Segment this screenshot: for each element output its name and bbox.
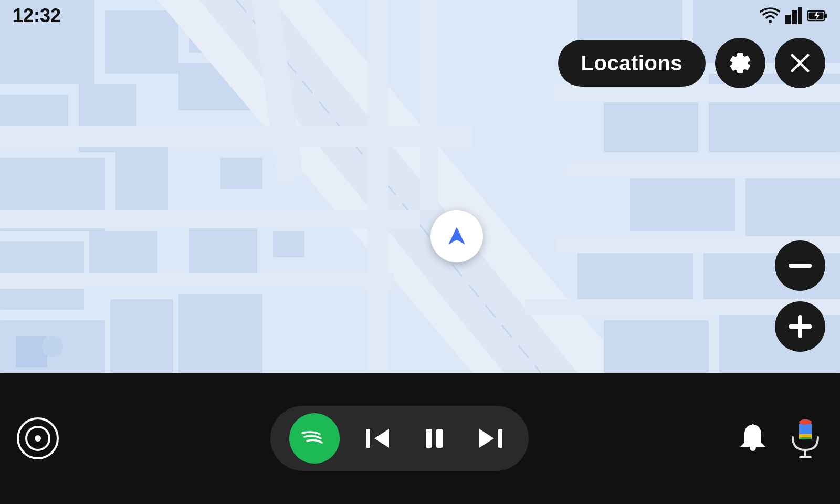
- media-pill: [270, 406, 529, 471]
- svg-rect-35: [567, 163, 840, 178]
- right-controls: [735, 417, 823, 459]
- plus-icon: [789, 315, 812, 338]
- close-icon: [787, 50, 813, 76]
- home-button[interactable]: [17, 417, 59, 459]
- battery-icon: [807, 9, 827, 22]
- next-icon: [477, 425, 505, 452]
- prev-icon: [364, 425, 391, 452]
- gear-icon: [727, 49, 754, 77]
- svg-rect-38: [16, 336, 47, 368]
- notifications-button[interactable]: [735, 421, 771, 456]
- svg-marker-45: [798, 7, 802, 24]
- wifi-icon: [760, 7, 780, 24]
- svg-marker-62: [479, 429, 494, 448]
- zoom-controls: [775, 240, 825, 352]
- pause-button[interactable]: [415, 419, 453, 457]
- locations-button[interactable]: Locations: [558, 40, 706, 87]
- settings-button[interactable]: [715, 38, 765, 88]
- previous-track-button[interactable]: [359, 419, 396, 457]
- svg-rect-14: [178, 294, 262, 373]
- bottom-bar: [0, 373, 840, 504]
- svg-rect-52: [789, 264, 812, 268]
- svg-rect-33: [420, 0, 438, 210]
- pause-icon: [421, 425, 448, 452]
- minus-icon: [789, 264, 812, 268]
- microphone-button[interactable]: [788, 417, 823, 459]
- mic-icon: [788, 417, 823, 459]
- svg-point-56: [35, 435, 41, 442]
- top-buttons: Locations: [558, 38, 825, 88]
- spotify-button[interactable]: [289, 413, 340, 464]
- svg-rect-6: [116, 147, 168, 210]
- status-icons: [760, 7, 827, 24]
- status-bar: 12:32: [0, 0, 840, 32]
- svg-rect-20: [0, 210, 420, 228]
- next-track-button[interactable]: [472, 419, 510, 457]
- svg-rect-66: [799, 419, 812, 425]
- navigation-marker: [430, 210, 483, 262]
- svg-rect-63: [498, 429, 502, 448]
- svg-marker-51: [447, 226, 466, 246]
- home-circle-icon: [25, 426, 50, 451]
- navigation-arrow-icon: [442, 222, 471, 251]
- svg-rect-60: [426, 429, 432, 448]
- svg-marker-43: [785, 15, 791, 24]
- svg-marker-44: [792, 10, 797, 24]
- svg-rect-59: [366, 429, 370, 448]
- svg-rect-41: [273, 231, 304, 257]
- svg-rect-19: [0, 126, 472, 147]
- svg-point-39: [42, 336, 63, 357]
- time-display: 12:32: [13, 5, 61, 27]
- svg-marker-58: [374, 429, 389, 448]
- zoom-in-button[interactable]: [775, 301, 825, 352]
- bell-icon: [735, 421, 771, 456]
- svg-rect-21: [0, 273, 394, 289]
- close-button[interactable]: [775, 38, 825, 88]
- svg-rect-61: [436, 429, 443, 448]
- svg-rect-10: [110, 299, 173, 373]
- zoom-out-button[interactable]: [775, 240, 825, 291]
- svg-point-42: [769, 20, 772, 23]
- map-area: 12:32: [0, 0, 840, 373]
- svg-rect-40: [220, 158, 262, 189]
- svg-rect-47: [825, 14, 827, 18]
- svg-rect-30: [604, 320, 709, 373]
- signal-icon: [785, 7, 802, 24]
- svg-rect-32: [368, 0, 388, 373]
- svg-point-57: [299, 423, 330, 454]
- media-controls: [64, 406, 735, 471]
- spotify-icon: [299, 423, 330, 454]
- svg-rect-54: [798, 315, 802, 338]
- svg-rect-68: [799, 437, 812, 439]
- app: 12:32: [0, 0, 840, 504]
